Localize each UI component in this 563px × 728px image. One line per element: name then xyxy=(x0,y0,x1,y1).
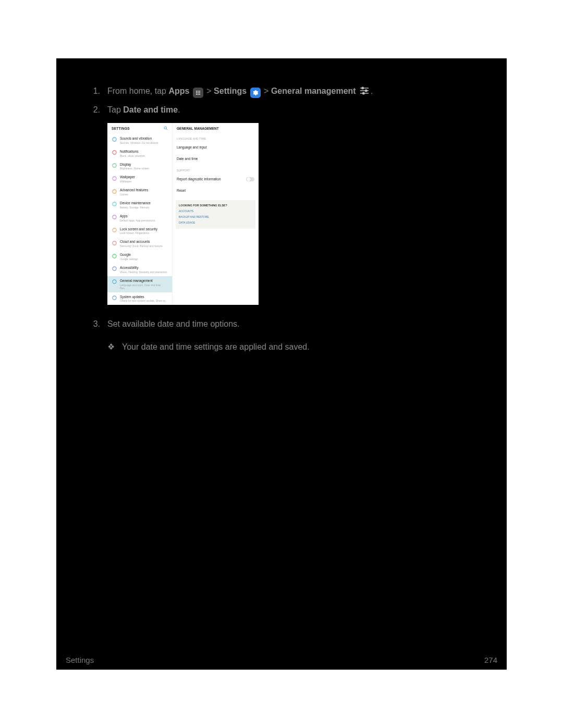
sidebar-item-subtitle: Block, allow, prioritize xyxy=(120,154,168,157)
language-input-item[interactable]: Language and input xyxy=(173,142,259,153)
sidebar-item-cloud[interactable]: Cloud and accountsSamsung Cloud, Backup … xyxy=(107,237,172,250)
sidebar-item-general[interactable]: General managementLanguage and input, Da… xyxy=(107,276,172,292)
svg-point-25 xyxy=(112,241,116,245)
svg-point-29 xyxy=(112,296,116,300)
svg-point-19 xyxy=(112,164,116,167)
svg-point-17 xyxy=(112,138,116,141)
step-tail: . xyxy=(178,105,180,114)
settings-screenshot: SETTINGS Sounds and vibrationSounds, Vib… xyxy=(107,123,259,305)
sidebar-item-advanced[interactable]: Advanced featuresGames xyxy=(107,186,172,199)
apps-label: Apps xyxy=(168,87,189,95)
sidebar-item-lock[interactable]: Lock screen and securityLock screen, Fin… xyxy=(107,225,172,238)
svg-point-5 xyxy=(199,92,200,93)
general-icon xyxy=(112,279,117,285)
sidebar-item-apps[interactable]: AppsDefault apps, App permissions xyxy=(107,212,172,225)
sidebar-item-title: Wallpaper xyxy=(120,175,168,179)
sliders-icon xyxy=(359,85,370,96)
advanced-icon xyxy=(112,189,117,194)
gt-separator: > xyxy=(264,87,271,95)
result-row: ❖ Your date and time settings are applie… xyxy=(89,340,485,354)
sidebar-item-title: Notifications xyxy=(120,150,168,154)
box-title: LOOKING FOR SOMETHING ELSE? xyxy=(179,203,252,208)
svg-point-26 xyxy=(112,254,116,258)
svg-point-22 xyxy=(112,202,116,206)
bullet-icon: ❖ xyxy=(107,340,115,354)
svg-point-28 xyxy=(112,280,116,283)
settings-title: SETTINGS xyxy=(112,126,130,131)
sidebar-item-title: Lock screen and security xyxy=(120,227,168,231)
svg-point-13 xyxy=(365,90,367,91)
sidebar-item-title: Display xyxy=(120,163,168,167)
step-body: Set available date and time options. xyxy=(107,317,485,331)
maint-icon xyxy=(112,202,117,207)
sidebar-item-title: Sounds and vibration xyxy=(120,137,168,141)
general-management-label: General management xyxy=(271,87,356,95)
sidebar-item-notif[interactable]: NotificationsBlock, allow, prioritize xyxy=(107,147,172,160)
wallpaper-icon xyxy=(112,176,117,181)
step-text: Tap xyxy=(107,105,123,114)
svg-point-18 xyxy=(112,151,116,154)
sidebar-item-title: Google xyxy=(120,253,168,257)
display-icon xyxy=(112,163,117,168)
sidebar-item-display[interactable]: DisplayBrightness, Home screen xyxy=(107,160,172,173)
sidebar-item-update[interactable]: System updatesCheck for new system updat… xyxy=(107,292,172,305)
link-backup-restore[interactable]: BACKUP AND RESTORE xyxy=(179,215,252,219)
result-text: Your date and time settings are applied … xyxy=(122,340,310,354)
search-icon[interactable] xyxy=(164,126,168,132)
svg-point-23 xyxy=(112,215,116,219)
svg-line-16 xyxy=(166,129,167,130)
sidebar-item-subtitle: Google settings xyxy=(120,257,168,261)
step-1: 1. From home, tap Apps > Settings > Gene… xyxy=(89,84,485,98)
section-label: SUPPORT xyxy=(173,165,259,174)
svg-point-7 xyxy=(198,94,199,95)
sidebar-item-title: Cloud and accounts xyxy=(120,240,168,244)
sidebar-item-sound[interactable]: Sounds and vibrationSounds, Vibration, D… xyxy=(107,134,172,147)
step-number: 1. xyxy=(89,84,100,98)
sidebar-item-subtitle: Lock screen, Fingerprints xyxy=(120,231,168,235)
footer-section: Settings xyxy=(66,656,94,664)
step-3: 3. Set available date and time options. xyxy=(89,317,485,331)
svg-point-14 xyxy=(363,92,364,94)
svg-point-0 xyxy=(196,91,197,92)
sidebar-item-title: Advanced features xyxy=(120,188,168,192)
report-diagnostic-item[interactable]: Report diagnostic information xyxy=(173,174,259,185)
sidebar-item-maint[interactable]: Device maintenanceBattery, Storage, Memo… xyxy=(107,199,172,212)
svg-point-2 xyxy=(199,91,200,92)
date-time-item[interactable]: Date and time xyxy=(173,153,259,165)
sidebar-item-title: Device maintenance xyxy=(120,201,168,205)
svg-point-1 xyxy=(198,91,199,92)
sidebar-item-title: Apps xyxy=(120,214,168,218)
sidebar-item-subtitle: Default apps, App permissions xyxy=(120,219,168,222)
sidebar-item-accessibility[interactable]: AccessibilityVision, Hearing, Dexterity … xyxy=(107,263,172,276)
footer-page-number: 274 xyxy=(484,656,497,664)
update-icon xyxy=(112,295,117,301)
svg-point-15 xyxy=(164,127,167,129)
apps-icon xyxy=(193,88,203,98)
notif-icon xyxy=(112,150,117,155)
reset-item[interactable]: Reset xyxy=(173,185,259,196)
svg-point-24 xyxy=(112,228,116,232)
panel-title: GENERAL MANAGEMENT xyxy=(173,123,259,133)
settings-label: Settings xyxy=(214,87,247,95)
looking-for-box: LOOKING FOR SOMETHING ELSE? ACCOUNTS BAC… xyxy=(176,200,255,229)
sidebar-item-subtitle: Sounds, Vibration, Do not disturb xyxy=(120,141,168,144)
link-accounts[interactable]: ACCOUNTS xyxy=(179,209,252,213)
sidebar-item-title: System updates xyxy=(120,295,168,299)
apps-icon xyxy=(112,215,117,220)
sidebar-item-title: General management xyxy=(120,279,168,283)
step-2: 2. Tap Date and time. SETTINGS Sounds an… xyxy=(89,103,485,312)
toggle-switch[interactable] xyxy=(246,177,254,181)
sidebar-item-subtitle: Brightness, Home screen xyxy=(120,167,168,170)
sidebar-item-google[interactable]: GoogleGoogle settings xyxy=(107,250,172,263)
document-page: 1. From home, tap Apps > Settings > Gene… xyxy=(56,58,507,670)
svg-point-20 xyxy=(112,177,116,180)
svg-point-4 xyxy=(198,92,199,93)
sidebar-item-subtitle: Language and input, Date and time, Res..… xyxy=(120,283,168,290)
svg-point-8 xyxy=(199,94,200,95)
svg-point-12 xyxy=(362,87,363,89)
link-data-usage[interactable]: DATA USAGE xyxy=(179,220,252,225)
sidebar-item-wallpaper[interactable]: WallpaperWallpaper xyxy=(107,172,172,186)
svg-point-6 xyxy=(196,94,197,95)
date-time-label: Date and time xyxy=(123,105,178,114)
settings-header: SETTINGS xyxy=(107,123,172,134)
